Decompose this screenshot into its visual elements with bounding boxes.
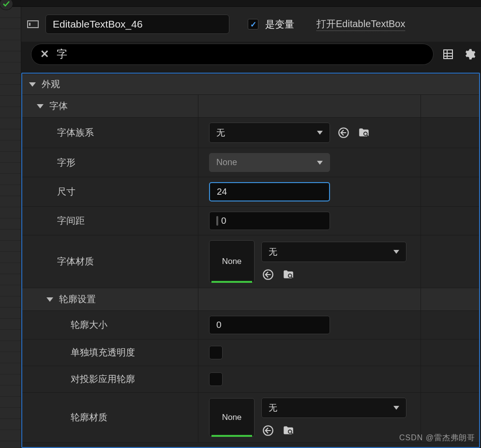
search-row: ✕ [21, 42, 481, 73]
search-box[interactable]: ✕ [31, 44, 434, 65]
chevron-down-icon [393, 406, 399, 410]
use-asset-icon[interactable] [261, 424, 275, 437]
prop-label: 尺寸 [22, 177, 198, 206]
clear-search-icon[interactable]: ✕ [40, 48, 49, 61]
section-outline[interactable]: 轮廓设置 [22, 288, 479, 311]
section-label: 轮廓设置 [59, 293, 96, 306]
prop-label: 字体材质 [22, 235, 198, 288]
chevron-down-icon [317, 131, 323, 135]
prop-label: 轮廓材质 [22, 393, 198, 442]
details-panel: 是变量 打开EditableTextBox ✕ 外观 字体 [21, 0, 481, 448]
typeface-dropdown[interactable]: None [209, 153, 330, 172]
chevron-down-icon [393, 250, 399, 254]
svg-rect-0 [444, 50, 452, 59]
details-content: 外观 字体 字体族系 无 [21, 73, 480, 448]
browse-asset-icon[interactable] [357, 126, 371, 139]
font-family-dropdown[interactable]: 无 [209, 123, 330, 143]
prop-apply-outline-shadow: 对投影应用轮廓 [22, 366, 479, 393]
search-input[interactable] [57, 48, 424, 61]
chevron-down-icon [317, 161, 323, 165]
prop-font-material: 字体材质 None 无 [22, 235, 479, 288]
chevron-down-icon [37, 104, 44, 108]
dropdown-value: 无 [269, 402, 277, 414]
gear-icon[interactable] [463, 47, 476, 61]
chevron-down-icon [46, 297, 53, 302]
outline-material-dropdown[interactable]: 无 [261, 398, 406, 418]
open-widget-link[interactable]: 打开EditableTextBox [316, 17, 405, 31]
section-font[interactable]: 字体 [22, 95, 479, 118]
widget-name-input[interactable] [45, 15, 229, 34]
prop-label: 单独填充透明度 [22, 340, 198, 366]
is-variable-label: 是变量 [265, 18, 294, 31]
left-gutter [0, 0, 21, 448]
material-thumbnail[interactable]: None [209, 240, 255, 283]
prop-font-family: 字体族系 无 [22, 118, 479, 148]
outline-size-input[interactable]: 0 [209, 316, 330, 334]
letter-spacing-input[interactable]: 0 [209, 212, 330, 230]
input-value: 0 [221, 216, 226, 226]
section-label: 外观 [42, 78, 60, 91]
prop-label: 轮廓大小 [22, 311, 198, 339]
material-thumbnail[interactable]: None [209, 398, 255, 437]
prop-separate-fill-alpha: 单独填充透明度 [22, 340, 479, 366]
prop-outline-material: 轮廓材质 None 无 [22, 393, 479, 443]
apply-outline-shadow-checkbox[interactable] [209, 372, 223, 386]
input-value: 0 [216, 320, 222, 330]
prop-typeface: 字形 None [22, 148, 479, 177]
browse-asset-icon[interactable] [282, 268, 295, 281]
chevron-down-icon [29, 82, 36, 87]
widget-type-icon [27, 20, 39, 28]
prop-outline-size: 轮廓大小 0 [22, 311, 479, 340]
separate-fill-alpha-checkbox[interactable] [209, 346, 223, 359]
font-size-input[interactable] [209, 182, 330, 201]
prop-size: 尺寸 [22, 177, 479, 207]
header-row: 是变量 打开EditableTextBox [21, 7, 481, 42]
section-appearance[interactable]: 外观 [22, 74, 479, 95]
is-variable-checkbox[interactable] [248, 19, 258, 30]
font-material-dropdown[interactable]: 无 [261, 242, 406, 262]
prop-label: 字形 [22, 148, 198, 177]
browse-asset-icon[interactable] [282, 424, 295, 437]
prop-label: 字体族系 [22, 118, 198, 148]
use-asset-icon[interactable] [337, 126, 350, 139]
dropdown-value: 无 [216, 127, 225, 139]
prop-letter-spacing: 字间距 0 [22, 207, 479, 235]
section-label: 字体 [49, 100, 68, 112]
use-asset-icon[interactable] [261, 268, 275, 281]
prop-label: 字间距 [22, 207, 198, 235]
grid-view-icon[interactable] [441, 47, 455, 61]
dropdown-value: None [216, 157, 237, 168]
dropdown-value: 无 [269, 246, 277, 258]
prop-label: 对投影应用轮廓 [22, 366, 198, 392]
